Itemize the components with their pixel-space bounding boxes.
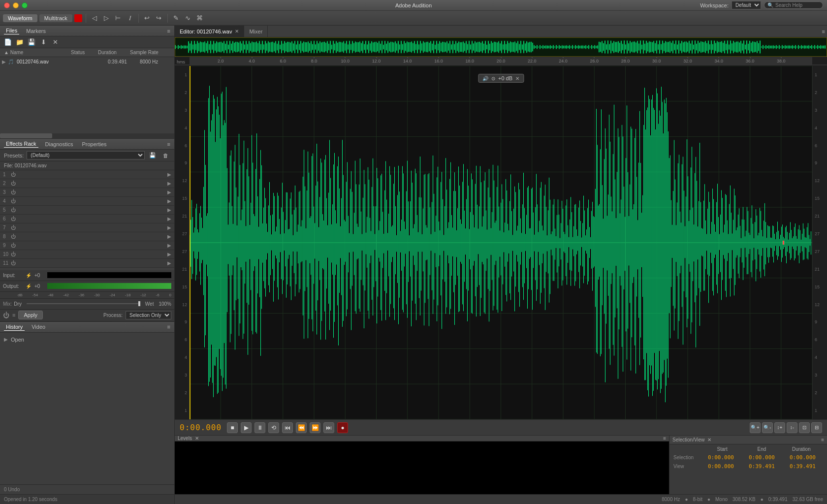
slot-expand-3[interactable]: ▶ <box>167 189 171 195</box>
save-file-btn[interactable]: 💾 <box>27 37 36 47</box>
slot-expand-5[interactable]: ▶ <box>167 207 171 213</box>
markers-tab[interactable]: Markers <box>24 28 48 34</box>
effects-slots-container[interactable]: 1 ⏻ ▶ 2 ⏻ ▶ 3 ⏻ ▶ 4 ⏻ ▶ <box>0 170 174 270</box>
slot-power-7[interactable]: ⏻ <box>11 225 19 230</box>
slot-expand-11[interactable]: ▶ <box>167 260 171 266</box>
multitrack-tab[interactable]: Multitrack <box>39 14 72 22</box>
waveform-tab[interactable]: Waveform <box>3 14 37 22</box>
import-file-btn[interactable]: ⬇ <box>38 37 48 47</box>
effect-slot-8[interactable]: 8 ⏻ ▶ <box>0 232 174 241</box>
video-tab[interactable]: Video <box>30 323 47 330</box>
slot-power-9[interactable]: ⏻ <box>11 243 19 248</box>
toolbar-wave-btn[interactable]: ∿ <box>183 13 193 23</box>
toolbar-pencil-btn[interactable]: ✎ <box>171 13 181 23</box>
record-button[interactable]: ● <box>337 422 348 433</box>
effect-slot-9[interactable]: 9 ⏻ ▶ <box>0 241 174 250</box>
toolbar-redo-btn[interactable]: ↪ <box>154 13 164 23</box>
ffwd-button[interactable]: ⏩ <box>310 422 320 433</box>
slot-power-6[interactable]: ⏻ <box>11 216 19 221</box>
close-button[interactable] <box>4 2 10 8</box>
file-row[interactable]: ▶ 🎵 00120746.wav 0:39.491 8000 Hz <box>0 57 174 66</box>
effect-slot-3[interactable]: 3 ⏻ ▶ <box>0 188 174 197</box>
waveform-container[interactable]: 1 2 3 4 6 9 12 15 21 27 27 21 15 12 9 6 … <box>175 66 827 419</box>
play-button[interactable]: ▶ <box>241 422 252 433</box>
editor-tabs-menu[interactable]: ≡ <box>822 29 825 34</box>
selection-close[interactable]: ✕ <box>707 437 711 442</box>
selection-menu[interactable]: ≡ <box>821 437 824 442</box>
slot-expand-6[interactable]: ▶ <box>167 216 171 221</box>
files-menu-btn[interactable]: ≡ <box>167 28 170 34</box>
presets-delete-btn[interactable]: 🗑 <box>160 151 170 160</box>
effect-slot-7[interactable]: 7 ⏻ ▶ <box>0 223 174 232</box>
maximize-button[interactable] <box>22 2 28 8</box>
zoom-out-amp-btn[interactable]: ↕- <box>787 422 797 433</box>
zoom-fit-btn[interactable]: ⊡ <box>799 422 810 433</box>
effect-slot-5[interactable]: 5 ⏻ ▶ <box>0 206 174 215</box>
effect-slot-2[interactable]: 2 ⏻ ▶ <box>0 179 174 188</box>
presets-save-btn[interactable]: 💾 <box>148 151 158 160</box>
diagnostics-tab[interactable]: Diagnostics <box>43 141 75 148</box>
slot-power-8[interactable]: ⏻ <box>11 234 19 239</box>
slot-expand-10[interactable]: ▶ <box>167 252 171 257</box>
gain-close[interactable]: ✕ <box>515 76 519 81</box>
editor-tab-close[interactable]: ✕ <box>235 29 239 34</box>
slot-power-11[interactable]: ⏻ <box>11 260 19 266</box>
files-scrollbar[interactable] <box>0 133 174 138</box>
properties-tab[interactable]: Properties <box>80 141 108 148</box>
slot-power-1[interactable]: ⏻ <box>11 172 19 177</box>
loop-button[interactable]: ⟲ <box>268 422 279 433</box>
effects-rack-tab[interactable]: Effects Rack <box>4 140 38 148</box>
slot-power-3[interactable]: ⏻ <box>11 189 19 195</box>
power-button[interactable]: ⏻ <box>3 312 9 319</box>
effects-menu-btn[interactable]: ≡ <box>167 141 170 147</box>
mix-slider[interactable] <box>27 303 140 304</box>
slot-power-2[interactable]: ⏻ <box>11 181 19 186</box>
slot-power-5[interactable]: ⏻ <box>11 207 19 213</box>
files-tab[interactable]: Files <box>4 27 19 34</box>
pause-button[interactable]: ⏸ <box>254 422 265 433</box>
apply-button[interactable]: Apply <box>18 311 43 319</box>
effect-slot-10[interactable]: 10 ⏻ ▶ <box>0 250 174 259</box>
history-menu-btn[interactable]: ≡ <box>167 324 170 330</box>
open-file-btn[interactable]: 📁 <box>15 37 25 47</box>
zoom-in-time-btn[interactable]: 🔍+ <box>750 422 761 433</box>
toolbar-back-btn[interactable]: ◁ <box>90 13 99 23</box>
zoom-out-time-btn[interactable]: 🔍- <box>762 422 773 433</box>
list-button[interactable]: ≡ <box>12 312 15 318</box>
effect-slot-4[interactable]: 4 ⏻ ▶ <box>0 197 174 206</box>
effect-slot-6[interactable]: 6 ⏻ ▶ <box>0 215 174 223</box>
slot-expand-9[interactable]: ▶ <box>167 243 171 248</box>
mixer-tab[interactable]: Mixer <box>244 26 268 37</box>
slot-expand-4[interactable]: ▶ <box>167 198 171 204</box>
rewind-button[interactable]: ⏪ <box>296 422 307 433</box>
toolbar-prev-btn[interactable]: ⊢ <box>113 13 123 23</box>
process-select[interactable]: Selection Only Entire File <box>126 311 171 319</box>
slot-expand-2[interactable]: ▶ <box>167 181 171 186</box>
effect-slot-11[interactable]: 11 ⏻ ▶ <box>0 259 174 268</box>
new-file-btn[interactable]: 📄 <box>3 37 13 47</box>
toolbar-cursor-btn[interactable]: 𝐼 <box>125 13 135 23</box>
search-box[interactable]: 🔍 Search Help <box>764 1 823 9</box>
toolbar-undo-btn[interactable]: ↩ <box>142 13 152 23</box>
goto-start-button[interactable]: ⏮ <box>282 422 293 433</box>
waveform-canvas[interactable]: 🔊 ⊙ +0 dB ✕ <box>190 66 812 419</box>
toolbar-forward-btn[interactable]: ▷ <box>101 13 111 23</box>
slot-expand-7[interactable]: ▶ <box>167 225 171 230</box>
history-tab[interactable]: History <box>4 323 25 331</box>
stop-button[interactable]: ■ <box>227 422 238 433</box>
presets-select[interactable]: (Default) <box>27 151 145 159</box>
toolbar-brush-btn[interactable]: ⌘ <box>195 13 205 23</box>
slot-power-4[interactable]: ⏻ <box>11 198 19 204</box>
slot-power-10[interactable]: ⏻ <box>11 252 19 257</box>
zoom-full-btn[interactable]: ⊟ <box>811 422 822 433</box>
effect-slot-1[interactable]: 1 ⏻ ▶ <box>0 170 174 179</box>
minimize-button[interactable] <box>13 2 19 8</box>
goto-end-button[interactable]: ⏭ <box>323 422 334 433</box>
levels-menu[interactable]: ≡ <box>663 436 666 441</box>
levels-close[interactable]: ✕ <box>195 436 199 441</box>
editor-file-tab[interactable]: Editor: 00120746.wav ✕ <box>175 26 244 37</box>
workspace-select[interactable]: Default <box>732 1 761 9</box>
zoom-in-amp-btn[interactable]: ↕+ <box>774 422 785 433</box>
slot-expand-8[interactable]: ▶ <box>167 234 171 239</box>
history-item[interactable]: ▶ Open <box>4 335 170 345</box>
